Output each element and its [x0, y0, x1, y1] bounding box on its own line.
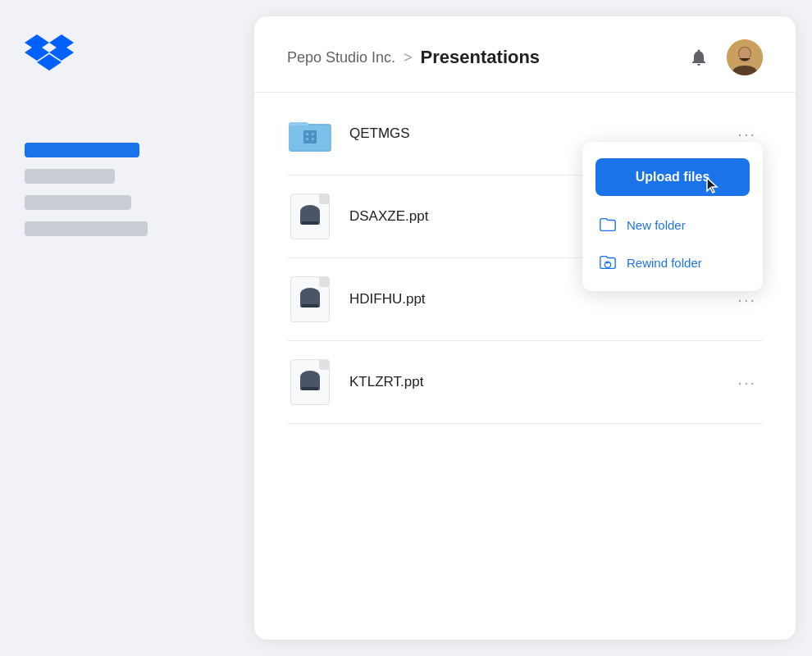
- ppt-icon-shape: [290, 194, 330, 239]
- breadcrumb-parent[interactable]: Pepo Studio Inc.: [287, 49, 395, 66]
- folder-icon: [287, 111, 333, 157]
- nav-item-3[interactable]: [25, 195, 131, 210]
- header-actions: [684, 39, 763, 75]
- dropbox-logo-icon: [25, 33, 74, 74]
- new-folder-label: New folder: [627, 218, 686, 232]
- svg-rect-29: [302, 387, 318, 390]
- svg-rect-26: [302, 304, 318, 308]
- rewind-folder-item[interactable]: Rewind folder: [582, 244, 763, 281]
- svg-rect-17: [308, 139, 312, 144]
- file-list: QETMGS ··· Upload files New folder: [254, 93, 796, 424]
- avatar[interactable]: [727, 39, 763, 75]
- ppt-content-icon: [297, 288, 323, 311]
- table-row[interactable]: KTLZRT.ppt ···: [287, 341, 763, 424]
- breadcrumb-current: Presentations: [421, 47, 541, 68]
- nav-item-active[interactable]: [25, 143, 139, 157]
- bell-svg-icon: [689, 48, 709, 67]
- ppt-file-icon: [287, 276, 333, 322]
- ppt-content-icon: [297, 205, 323, 228]
- svg-rect-14: [312, 133, 314, 135]
- logo-area: [25, 33, 230, 77]
- svg-rect-15: [306, 138, 308, 140]
- folder-svg-icon: [289, 112, 331, 155]
- ppt-icon-shape: [290, 276, 330, 322]
- svg-rect-23: [302, 221, 318, 225]
- table-row[interactable]: QETMGS ··· Upload files New folder: [287, 93, 763, 175]
- rewind-folder-label: Rewind folder: [627, 256, 702, 270]
- file-name: HDIFHU.ppt: [349, 291, 731, 308]
- nav-item-4[interactable]: [25, 221, 148, 236]
- svg-point-7: [739, 48, 750, 59]
- svg-rect-13: [306, 133, 308, 135]
- bell-icon[interactable]: [684, 43, 714, 72]
- ppt-file-icon: [287, 194, 333, 239]
- main-content: Pepo Studio Inc. > Presentations: [254, 16, 796, 640]
- file-name: QETMGS: [349, 125, 731, 142]
- ppt-content-icon: [297, 371, 323, 394]
- new-folder-item[interactable]: New folder: [582, 206, 763, 244]
- new-folder-icon: [599, 216, 617, 234]
- header: Pepo Studio Inc. > Presentations: [254, 16, 796, 93]
- upload-files-button[interactable]: Upload files: [595, 158, 750, 196]
- nav-item-2[interactable]: [25, 169, 115, 184]
- sidebar: [0, 0, 254, 656]
- dropdown-menu: Upload files New folder Rewind: [582, 142, 763, 291]
- ppt-file-icon: [287, 359, 333, 405]
- svg-rect-16: [312, 138, 314, 140]
- file-name: KTLZRT.ppt: [349, 374, 731, 390]
- nav-items: [25, 143, 230, 236]
- ppt-icon-shape: [290, 359, 330, 405]
- rewind-folder-icon: [599, 253, 617, 271]
- breadcrumb: Pepo Studio Inc. > Presentations: [287, 47, 540, 68]
- file-more-button[interactable]: ···: [731, 370, 763, 395]
- avatar-svg: [727, 39, 763, 75]
- breadcrumb-separator: >: [404, 49, 413, 66]
